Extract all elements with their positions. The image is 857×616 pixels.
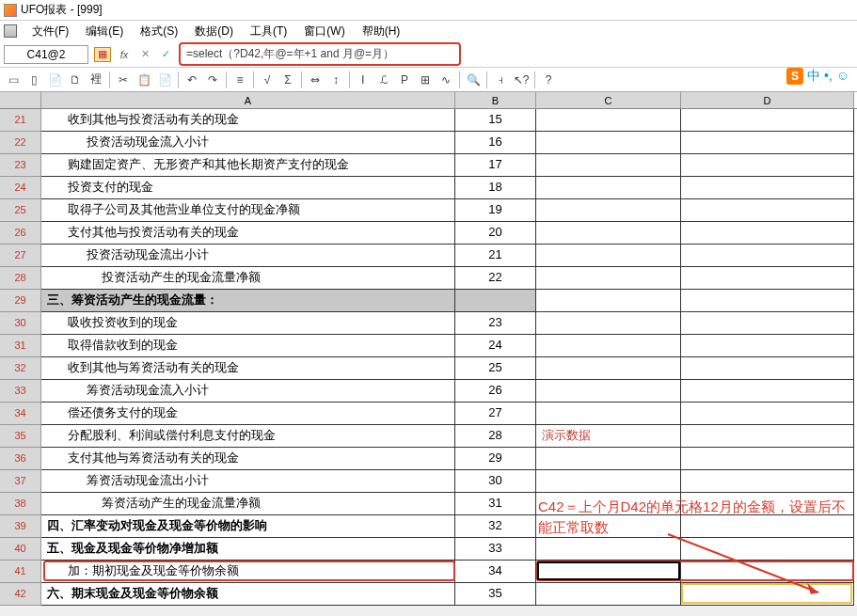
row-header[interactable]: 35 <box>0 425 41 448</box>
row-header[interactable]: 21 <box>0 109 41 132</box>
cell-c[interactable] <box>536 245 681 267</box>
cell-d[interactable] <box>681 448 854 470</box>
cell-d[interactable] <box>681 109 854 132</box>
cell-b[interactable]: 29 <box>455 448 536 470</box>
cell-b[interactable]: 23 <box>455 312 536 335</box>
cell-c[interactable] <box>536 335 681 357</box>
cell-c[interactable] <box>536 199 681 222</box>
col-header-c[interactable]: C <box>536 92 681 108</box>
row-header[interactable]: 23 <box>0 154 41 177</box>
toolbar-button[interactable]: ↕ <box>326 71 345 89</box>
cell-c[interactable] <box>536 267 681 290</box>
cell-a[interactable]: 投资活动现金流出小计 <box>41 245 455 267</box>
cell-a[interactable]: 筹资活动现金流出小计 <box>41 470 455 493</box>
toolbar-button[interactable]: ? <box>539 71 558 89</box>
cell-b[interactable]: 31 <box>455 493 536 515</box>
toolbar-button[interactable]: ⇔ <box>306 71 325 89</box>
cell-b[interactable] <box>455 290 536 312</box>
cell-d[interactable] <box>681 290 854 312</box>
cell-d[interactable] <box>681 493 854 515</box>
cell-a[interactable]: 吸收投资收到的现金 <box>41 312 455 335</box>
cell-reference[interactable]: C41@2 <box>4 45 88 64</box>
cell-d[interactable] <box>681 199 854 222</box>
cell-a[interactable]: 五、现金及现金等价物净增加额 <box>41 538 455 561</box>
cell-b[interactable]: 16 <box>455 132 536 154</box>
cell-c[interactable]: 演示数据 <box>536 425 681 448</box>
cell-b[interactable]: 35 <box>455 583 536 606</box>
cell-a[interactable]: 加：期初现金及现金等价物余额 <box>41 561 455 583</box>
cell-d[interactable] <box>681 357 854 380</box>
toolbar-button[interactable]: 裡 <box>87 71 105 89</box>
row-header[interactable]: 33 <box>0 380 41 403</box>
cell-d[interactable] <box>681 267 854 290</box>
cell-c[interactable] <box>536 538 681 561</box>
cell-c[interactable] <box>536 583 681 606</box>
cell-b[interactable]: 19 <box>455 199 536 222</box>
cell-a[interactable]: 筹资活动现金流入小计 <box>41 380 455 403</box>
cell-a[interactable]: 偿还债务支付的现金 <box>41 403 455 425</box>
formula-input[interactable]: =select（?D42,年@=年+1 and 月@=月） <box>179 42 461 66</box>
cell-b[interactable]: 27 <box>455 403 536 425</box>
col-header-a[interactable]: A <box>41 92 455 108</box>
row-header[interactable]: 22 <box>0 132 41 154</box>
cell-a[interactable]: 支付其他与投资活动有关的现金 <box>41 222 455 245</box>
fx-icon[interactable]: fx <box>117 47 132 62</box>
row-header[interactable]: 40 <box>0 538 41 561</box>
toolbar-button[interactable]: ℒ <box>374 71 393 89</box>
cell-d[interactable] <box>681 515 854 538</box>
row-header[interactable]: 31 <box>0 335 41 357</box>
cell-a[interactable]: 支付其他与筹资活动有关的现金 <box>41 448 455 470</box>
confirm-icon[interactable]: ✓ <box>158 47 173 62</box>
cell-b[interactable]: 30 <box>455 470 536 493</box>
col-header-b[interactable]: B <box>455 92 536 108</box>
cell-d[interactable] <box>681 177 854 199</box>
cell-c[interactable] <box>536 222 681 245</box>
cell-b[interactable]: 20 <box>455 222 536 245</box>
cell-a[interactable]: 取得子公司及其他营业单位支付的现金净额 <box>41 199 455 222</box>
cell-c[interactable] <box>536 177 681 199</box>
cell-d[interactable] <box>681 222 854 245</box>
row-header[interactable]: 38 <box>0 493 41 515</box>
toolbar-button[interactable]: 📋 <box>135 71 153 89</box>
toolbar-button[interactable]: ⊞ <box>416 71 435 89</box>
cell-c[interactable] <box>536 515 681 538</box>
toolbar-button[interactable]: ≡ <box>230 71 249 89</box>
toolbar-button[interactable]: ⫞ <box>491 71 510 89</box>
cell-d[interactable] <box>681 245 854 267</box>
row-header[interactable]: 42 <box>0 583 41 606</box>
toolbar-button[interactable]: ✂ <box>114 71 133 89</box>
cell-d[interactable] <box>681 380 854 403</box>
row-header[interactable]: 29 <box>0 290 41 312</box>
cell-a[interactable]: 取得借款收到的现金 <box>41 335 455 357</box>
cell-b[interactable]: 24 <box>455 335 536 357</box>
cell-b[interactable]: 15 <box>455 109 536 132</box>
cell-b[interactable]: 28 <box>455 425 536 448</box>
cancel-icon[interactable]: ✕ <box>137 47 152 62</box>
cell-a[interactable]: 六、期末现金及现金等价物余额 <box>41 583 455 606</box>
row-header[interactable]: 32 <box>0 357 41 380</box>
cell-a[interactable]: 购建固定资产、无形资产和其他长期资产支付的现金 <box>41 154 455 177</box>
menu-file[interactable]: 文件(F) <box>24 22 76 41</box>
cell-b[interactable]: 33 <box>455 538 536 561</box>
cell-c[interactable] <box>536 448 681 470</box>
menu-help[interactable]: 帮助(H) <box>355 22 408 41</box>
menu-format[interactable]: 格式(S) <box>133 22 185 41</box>
row-header[interactable]: 30 <box>0 312 41 335</box>
row-header[interactable]: 41 <box>0 561 41 583</box>
cell-b[interactable]: 26 <box>455 380 536 403</box>
cell-b[interactable]: 34 <box>455 561 536 583</box>
toolbar-button[interactable]: ↷ <box>203 71 222 89</box>
col-header-d[interactable]: D <box>681 92 854 108</box>
cell-a[interactable]: 收到其他与投资活动有关的现金 <box>41 109 455 132</box>
cell-d[interactable] <box>681 470 854 493</box>
cell-c[interactable] <box>536 561 681 583</box>
cell-a[interactable]: 三、筹资活动产生的现金流量： <box>41 290 455 312</box>
toolbar-button[interactable]: √ <box>258 71 277 89</box>
row-header[interactable]: 26 <box>0 222 41 245</box>
row-header[interactable]: 28 <box>0 267 41 290</box>
cell-c[interactable] <box>536 154 681 177</box>
toolbar-button[interactable]: Ρ <box>395 71 414 89</box>
corner-cell[interactable] <box>0 92 41 108</box>
cell-c[interactable] <box>536 312 681 335</box>
toolbar-button[interactable]: Σ <box>278 71 297 89</box>
